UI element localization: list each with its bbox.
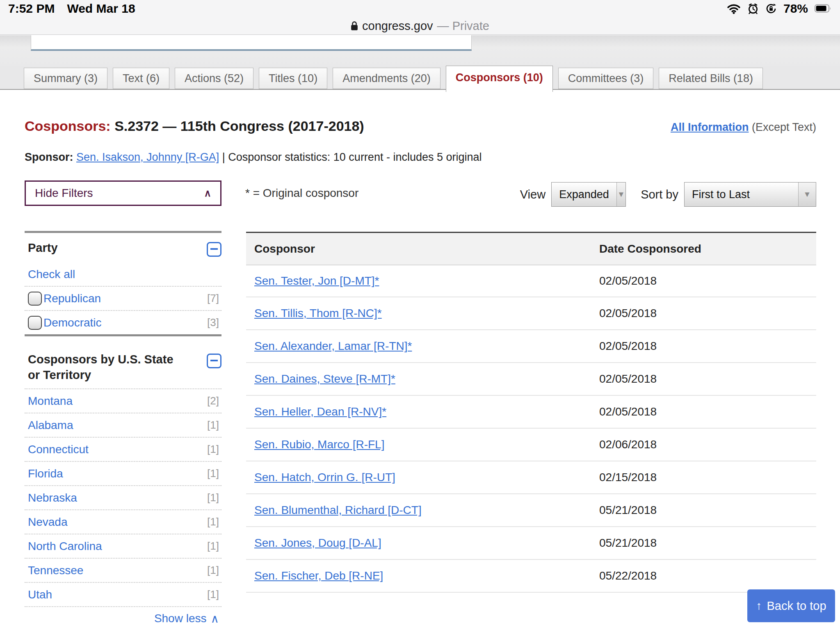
cosponsor-link[interactable]: Sen. Tester, Jon [D-MT]*	[254, 274, 379, 287]
orientation-lock-icon	[765, 3, 777, 14]
tab-cosponsors[interactable]: Cosponsors (10)	[446, 66, 553, 92]
cosponsor-date: 02/06/2018	[599, 438, 816, 451]
separator: |	[222, 151, 225, 163]
filters-sidebar: Party Check all Republican[7]Democratic[…	[25, 231, 221, 630]
check-all-link[interactable]: Check all	[28, 268, 75, 281]
cosponsor-statistics: Cosponsor statistics: 10 current - inclu…	[228, 151, 482, 163]
show-less-link[interactable]: Show less ∧	[154, 612, 219, 625]
tab-actions[interactable]: Actions (52)	[175, 68, 253, 89]
cosponsor-link[interactable]: Sen. Alexander, Lamar [R-TN]*	[254, 340, 412, 352]
state-filter-montana[interactable]: Montana	[28, 395, 73, 408]
cosponsor-date: 02/05/2018	[599, 307, 816, 320]
filter-count: [1]	[207, 516, 221, 528]
state-row: Tennessee[1]	[25, 558, 221, 582]
tab-label: Text (6)	[123, 72, 160, 85]
cosponsor-link[interactable]: Sen. Hatch, Orrin G. [R-UT]	[254, 471, 395, 484]
state-filter-north-carolina[interactable]: North Carolina	[28, 540, 102, 553]
collapse-section-icon[interactable]	[207, 242, 221, 257]
sponsor-line: Sponsor: Sen. Isakson, Johnny [R-GA] | C…	[25, 151, 482, 164]
back-to-top-button[interactable]: ↑ Back to top	[747, 589, 835, 622]
tab-amendments[interactable]: Amendments (20)	[333, 68, 441, 89]
sort-select-value: First to Last	[685, 183, 798, 206]
lock-icon	[351, 21, 358, 31]
table-row: Sen. Alexander, Lamar [R-TN]*02/05/2018	[246, 330, 816, 363]
column-header-date: Date Cosponsored	[599, 242, 816, 256]
state-filter-alabama[interactable]: Alabama	[28, 419, 73, 432]
cosponsors-table: Cosponsor Date Cosponsored Sen. Tester, …	[246, 232, 816, 593]
cosponsor-link[interactable]: Sen. Heller, Dean [R-NV]*	[254, 405, 386, 418]
party-option-row: Democratic[3]	[25, 310, 221, 334]
party-filter-section: Party Check all Republican[7]Democratic[…	[25, 231, 221, 336]
page-title: Cosponsors: S.2372 — 115th Congress (201…	[25, 118, 364, 134]
status-bar: 7:52 PM Wed Mar 18	[0, 0, 840, 17]
cosponsor-date: 02/05/2018	[599, 274, 816, 288]
browser-address-bar[interactable]: congress.gov — Private	[0, 17, 840, 34]
table-row: Sen. Rubio, Marco [R-FL]02/06/2018	[246, 429, 816, 461]
cosponsor-date: 02/05/2018	[599, 340, 816, 353]
all-information-suffix: (Except Text)	[752, 121, 816, 133]
state-section-title: Cosponsors by U.S. State or Territory	[28, 352, 188, 383]
sponsor-link[interactable]: Sen. Isakson, Johnny [R-GA]	[76, 151, 219, 163]
state-row: Montana[2]	[25, 388, 221, 413]
filter-count: [1]	[207, 491, 221, 504]
state-filter-nevada[interactable]: Nevada	[28, 516, 68, 529]
cosponsor-link[interactable]: Sen. Jones, Doug [D-AL]	[254, 536, 381, 549]
party-filter-democratic[interactable]: Democratic	[43, 316, 102, 329]
tab-text[interactable]: Text (6)	[113, 68, 169, 89]
tab-label: Titles (10)	[269, 72, 317, 85]
show-less-row: Show less ∧	[25, 606, 221, 630]
site-search-box[interactable]	[31, 35, 472, 51]
browser-chrome: 7:52 PM Wed Mar 18	[0, 0, 840, 35]
date: Wed Mar 18	[67, 2, 135, 16]
filter-count: [1]	[207, 443, 221, 456]
sort-by-label: Sort by	[641, 188, 678, 201]
filter-count: [3]	[207, 316, 221, 329]
checkbox-democratic[interactable]	[28, 316, 42, 330]
table-row: Sen. Heller, Dean [R-NV]*02/05/2018	[246, 396, 816, 429]
all-information-link[interactable]: All Information	[671, 121, 749, 133]
state-filter-nebraska[interactable]: Nebraska	[28, 491, 77, 504]
filter-count: [1]	[207, 467, 221, 480]
party-section-title: Party	[28, 240, 58, 256]
state-filter-connecticut[interactable]: Connecticut	[28, 443, 89, 456]
party-filter-republican[interactable]: Republican	[43, 292, 101, 305]
state-filter-tennessee[interactable]: Tennessee	[28, 564, 83, 577]
tab-label: Related Bills (18)	[669, 72, 753, 85]
cosponsor-link[interactable]: Sen. Daines, Steve [R-MT]*	[254, 372, 395, 385]
filter-count: [1]	[207, 419, 221, 431]
state-filter-florida[interactable]: Florida	[28, 467, 63, 480]
cosponsor-link[interactable]: Sen. Tillis, Thom [R-NC]*	[254, 307, 382, 320]
party-option-row: Republican[7]	[25, 286, 221, 310]
tab-related-bills[interactable]: Related Bills (18)	[659, 68, 763, 89]
cosponsor-date: 05/21/2018	[599, 504, 816, 517]
view-select[interactable]: Expanded ▼	[551, 182, 626, 207]
state-filter-utah[interactable]: Utah	[28, 588, 52, 601]
state-row: Utah[1]	[25, 582, 221, 606]
hide-filters-button[interactable]: Hide Filters ∧	[25, 180, 221, 206]
tab-committees[interactable]: Committees (3)	[558, 68, 654, 89]
sponsor-label: Sponsor:	[25, 151, 73, 163]
cosponsor-date: 02/05/2018	[599, 405, 816, 418]
collapse-section-icon[interactable]	[207, 354, 221, 368]
state-row: North Carolina[1]	[25, 534, 221, 558]
bill-tabs: Summary (3)Text (6)Actions (52)Titles (1…	[0, 66, 840, 90]
private-label: — Private	[437, 19, 489, 33]
table-row: Sen. Hatch, Orrin G. [R-UT]02/15/2018	[246, 461, 816, 494]
cosponsor-link[interactable]: Sen. Blumenthal, Richard [D-CT]	[254, 504, 422, 516]
filter-count: [1]	[207, 588, 221, 601]
chevron-up-icon: ∧	[211, 612, 219, 625]
view-label: View	[520, 188, 546, 201]
back-to-top-label: Back to top	[767, 599, 826, 613]
filter-count: [2]	[207, 395, 221, 407]
sort-select[interactable]: First to Last ▼	[684, 182, 816, 207]
filter-count: [7]	[207, 292, 221, 305]
tab-label: Committees (3)	[568, 72, 644, 85]
cosponsor-link[interactable]: Sen. Rubio, Marco [R-FL]	[254, 438, 384, 451]
checkbox-republican[interactable]	[28, 292, 42, 306]
tab-summary[interactable]: Summary (3)	[24, 68, 107, 89]
arrow-up-icon: ↑	[756, 599, 762, 612]
cosponsor-link[interactable]: Sen. Fischer, Deb [R-NE]	[254, 569, 383, 582]
cosponsor-date: 02/15/2018	[599, 471, 816, 484]
table-row: Sen. Fischer, Deb [R-NE]05/22/2018	[246, 560, 816, 593]
tab-titles[interactable]: Titles (10)	[259, 68, 327, 89]
